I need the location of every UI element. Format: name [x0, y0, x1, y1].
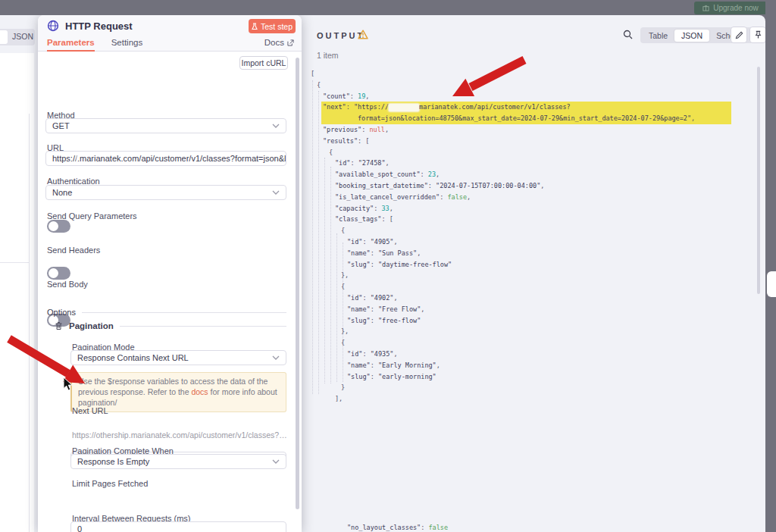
- upgrade-now-button[interactable]: Upgrade now: [694, 2, 767, 14]
- input-view-switcher: JSON: [0, 29, 35, 45]
- test-step-button[interactable]: Test step: [249, 19, 296, 33]
- output-items-count: 1 item: [317, 51, 339, 60]
- next-url-resolved-preview: https://othership.marianatek.com/api/cus…: [72, 430, 288, 440]
- card-header: HTTP Request Test step Parameters Settin…: [38, 15, 302, 52]
- flask-icon: [252, 23, 258, 30]
- complete-when-select[interactable]: Response Is Empty: [70, 454, 286, 469]
- input-table-row-divider: [0, 262, 29, 263]
- trash-icon[interactable]: [55, 321, 63, 330]
- send-query-toggle[interactable]: [47, 220, 70, 233]
- input-tab-json[interactable]: JSON: [12, 32, 33, 41]
- url-input[interactable]: https://.marianatek.com/api/customer/v1/…: [45, 151, 286, 166]
- send-body-label: Send Body: [47, 280, 88, 289]
- docs-label: Docs: [264, 38, 284, 47]
- divider: [82, 312, 286, 313]
- node-title: HTTP Request: [65, 20, 133, 32]
- node-settings-card: HTTP Request Test step Parameters Settin…: [38, 15, 302, 532]
- import-curl-button[interactable]: Import cURL: [239, 56, 288, 70]
- pagination-mode-select[interactable]: Response Contains Next URL: [70, 350, 286, 365]
- pin-icon: [754, 30, 762, 39]
- edit-output-button[interactable]: [731, 27, 747, 43]
- limit-pages-label: Limit Pages Fetched: [72, 479, 148, 488]
- chevron-down-icon: [272, 124, 280, 128]
- interval-input[interactable]: 0: [70, 521, 286, 532]
- notice-docs-link[interactable]: docs: [191, 387, 208, 396]
- toggle-knob: [48, 221, 58, 231]
- divider: [120, 326, 286, 327]
- overlay-right-strip: [765, 0, 776, 532]
- output-tab-json[interactable]: JSON: [674, 30, 709, 42]
- input-tab-active[interactable]: [0, 30, 8, 44]
- chevron-down-icon: [272, 459, 280, 464]
- method-select[interactable]: GET: [45, 118, 286, 133]
- next-url-label: Next URL: [72, 406, 108, 415]
- output-panel: OUTPUT 1 item Table JSON Schema: [302, 15, 765, 532]
- output-tab-table[interactable]: Table: [642, 30, 674, 42]
- external-link-icon: [287, 39, 294, 46]
- input-panel: [0, 53, 34, 532]
- screen: Upgrade now × JSON HTTP Req: [0, 0, 776, 532]
- authentication-value: None: [52, 188, 72, 197]
- chevron-down-icon: [272, 190, 280, 195]
- chevron-down-icon: [272, 355, 280, 360]
- pencil-icon: [735, 31, 743, 39]
- test-step-label: Test step: [261, 22, 293, 31]
- url-value-suffix: .marianatek.com/api/customer/v1/classes?…: [77, 154, 286, 163]
- warning-icon: [358, 30, 368, 39]
- docs-link[interactable]: Docs: [264, 38, 294, 47]
- json-lines: [{"count": 19,"next": "https://marianate…: [311, 68, 731, 405]
- gift-icon: [702, 5, 709, 11]
- pagination-mode-value: Response Contains Next URL: [77, 353, 189, 362]
- globe-icon: [47, 20, 59, 32]
- node-details-modal: JSON HTTP Request Test step: [0, 15, 765, 532]
- pagination-label: Pagination: [69, 321, 114, 330]
- url-value-prefix: https://: [52, 154, 77, 163]
- card-scrollbar[interactable]: [296, 58, 299, 509]
- tab-settings[interactable]: Settings: [111, 38, 143, 52]
- input-table-divider: [29, 114, 30, 532]
- options-label: Options: [47, 308, 76, 317]
- pin-output-button[interactable]: [749, 27, 765, 43]
- tab-parameters[interactable]: Parameters: [47, 38, 95, 52]
- output-scrollbar[interactable]: [757, 67, 760, 294]
- side-panel-handle[interactable]: [767, 271, 776, 297]
- send-headers-label: Send Headers: [47, 246, 100, 255]
- complete-when-value: Response Is Empty: [77, 457, 149, 466]
- upgrade-now-label: Upgrade now: [713, 4, 758, 12]
- search-icon[interactable]: [623, 30, 633, 39]
- method-value: GET: [52, 121, 70, 130]
- json-view: [{"count": 19,"next": "https://marianate…: [311, 68, 731, 405]
- parameters-form: Import cURL Method GET URL https://.mari…: [38, 52, 302, 532]
- authentication-select[interactable]: None: [45, 185, 286, 200]
- json-partial-bottom-line: "no_layout_classes": false: [311, 522, 448, 532]
